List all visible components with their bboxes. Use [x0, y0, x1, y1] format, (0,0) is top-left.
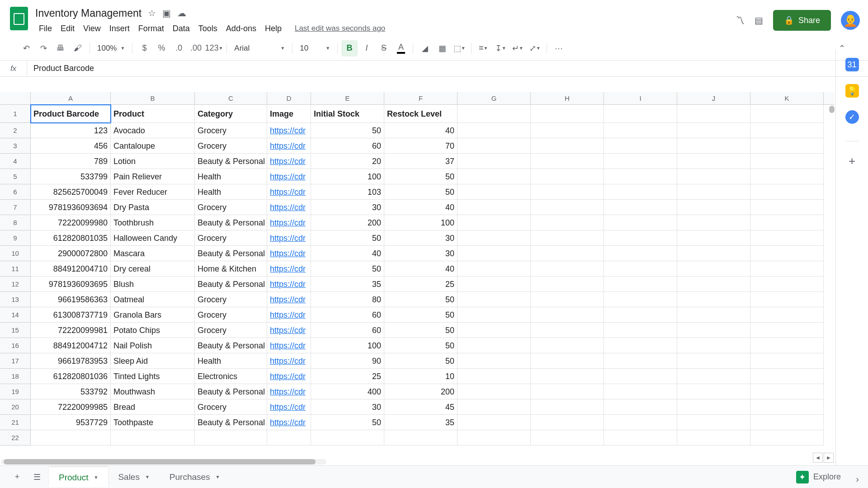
cell-K10[interactable] — [750, 246, 824, 261]
tasks-icon[interactable]: ✓ — [845, 110, 859, 124]
cell-B20[interactable]: Bread — [111, 399, 195, 415]
sheet-menu-icon[interactable]: ▼ — [94, 475, 98, 480]
cell-D3[interactable]: https://cdr — [267, 138, 311, 154]
row-header-6[interactable]: 6 — [0, 184, 30, 200]
fill-color-button[interactable]: ◢ — [417, 40, 433, 56]
cell-J6[interactable] — [677, 184, 750, 200]
select-all-corner[interactable] — [0, 92, 31, 105]
cell-C6[interactable]: Health — [195, 184, 267, 200]
add-sheet-button[interactable]: + — [9, 469, 25, 485]
cell-D16[interactable]: https://cdr — [267, 338, 311, 353]
cell-F15[interactable]: 50 — [384, 323, 458, 338]
valign-button[interactable]: ↧ ▼ — [492, 40, 509, 56]
cell-G2[interactable] — [458, 123, 531, 138]
borders-button[interactable]: ▦ — [434, 40, 450, 56]
row-header-17[interactable]: 17 — [0, 353, 30, 369]
cell-A1[interactable]: Product Barcode — [31, 105, 111, 123]
document-title[interactable]: Inventory Management — [35, 7, 142, 19]
col-header-I[interactable]: I — [604, 92, 677, 104]
move-icon[interactable]: ▣ — [162, 8, 171, 19]
cell-F1[interactable]: Restock Level — [384, 105, 458, 123]
cell-A4[interactable]: 789 — [31, 154, 111, 169]
sheet-tab-product[interactable]: Product▼ — [49, 467, 108, 487]
cell-B1[interactable]: Product — [111, 105, 195, 123]
cell-A3[interactable]: 456 — [31, 138, 111, 154]
star-icon[interactable]: ☆ — [148, 8, 156, 19]
cell-D9[interactable]: https://cdr — [267, 230, 311, 246]
cell-F3[interactable]: 70 — [384, 138, 458, 154]
row-header-18[interactable]: 18 — [0, 369, 30, 384]
cell-J5[interactable] — [677, 169, 750, 184]
cell-C4[interactable]: Beauty & Personal — [195, 154, 267, 169]
cell-I17[interactable] — [604, 353, 677, 369]
undo-button[interactable]: ↶ — [18, 40, 34, 56]
cell-A13[interactable]: 96619586363 — [31, 292, 111, 307]
strikethrough-button[interactable]: S — [376, 40, 392, 56]
cell-J10[interactable] — [677, 246, 750, 261]
cell-A18[interactable]: 612820801036 — [31, 369, 111, 384]
cell-J20[interactable] — [677, 399, 750, 415]
activity-icon[interactable]: 〽 — [736, 15, 745, 26]
cell-D10[interactable]: https://cdr — [267, 246, 311, 261]
cell-G19[interactable] — [458, 384, 531, 399]
cell-C11[interactable]: Home & Kitchen — [195, 261, 267, 277]
cell-A9[interactable]: 612820801035 — [31, 230, 111, 246]
cell-C13[interactable]: Grocery — [195, 292, 267, 307]
row-header-20[interactable]: 20 — [0, 399, 30, 415]
cell-B8[interactable]: Toothbrush — [111, 215, 195, 230]
cell-I21[interactable] — [604, 415, 677, 430]
cell-C14[interactable]: Grocery — [195, 307, 267, 323]
row-header-19[interactable]: 19 — [0, 384, 30, 399]
sheet-tab-sales[interactable]: Sales▼ — [108, 467, 159, 487]
paint-format-button[interactable]: 🖌 — [70, 40, 86, 56]
cell-B22[interactable] — [111, 430, 195, 446]
cell-E11[interactable]: 50 — [311, 261, 384, 277]
cell-I19[interactable] — [604, 384, 677, 399]
cell-G12[interactable] — [458, 277, 531, 292]
cell-I10[interactable] — [604, 246, 677, 261]
cloud-status-icon[interactable]: ☁ — [177, 8, 186, 19]
cell-H17[interactable] — [531, 353, 604, 369]
cell-G21[interactable] — [458, 415, 531, 430]
cell-G13[interactable] — [458, 292, 531, 307]
cell-E1[interactable]: Initial Stock — [311, 105, 384, 123]
cell-C21[interactable]: Beauty & Personal — [195, 415, 267, 430]
cell-K6[interactable] — [750, 184, 824, 200]
cell-K8[interactable] — [750, 215, 824, 230]
cell-K21[interactable] — [750, 415, 824, 430]
cell-E16[interactable]: 100 — [311, 338, 384, 353]
menu-add-ons[interactable]: Add-ons — [222, 22, 260, 35]
sheet-nav[interactable]: ◄► — [813, 453, 834, 463]
comments-icon[interactable]: ▤ — [755, 15, 763, 26]
cell-C12[interactable]: Beauty & Personal — [195, 277, 267, 292]
row-header-3[interactable]: 3 — [0, 138, 30, 154]
cell-G3[interactable] — [458, 138, 531, 154]
horizontal-scrollbar[interactable] — [1, 459, 326, 465]
cell-F11[interactable]: 40 — [384, 261, 458, 277]
cell-H1[interactable] — [531, 105, 604, 123]
row-header-13[interactable]: 13 — [0, 292, 30, 307]
cell-D14[interactable]: https://cdr — [267, 307, 311, 323]
cell-B11[interactable]: Dry cereal — [111, 261, 195, 277]
cell-E2[interactable]: 50 — [311, 123, 384, 138]
cell-J15[interactable] — [677, 323, 750, 338]
cell-D1[interactable]: Image — [267, 105, 311, 123]
cell-F17[interactable]: 50 — [384, 353, 458, 369]
cell-K1[interactable] — [750, 105, 824, 123]
cell-F5[interactable]: 50 — [384, 169, 458, 184]
row-header-4[interactable]: 4 — [0, 154, 30, 169]
cell-H21[interactable] — [531, 415, 604, 430]
col-header-J[interactable]: J — [677, 92, 750, 104]
print-button[interactable]: 🖶 — [52, 40, 69, 56]
row-header-12[interactable]: 12 — [0, 277, 30, 292]
cell-H5[interactable] — [531, 169, 604, 184]
cell-D12[interactable]: https://cdr — [267, 277, 311, 292]
cell-F13[interactable]: 50 — [384, 292, 458, 307]
menu-tools[interactable]: Tools — [195, 22, 221, 35]
cell-G15[interactable] — [458, 323, 531, 338]
cell-G9[interactable] — [458, 230, 531, 246]
vertical-scrollbar[interactable] — [829, 106, 835, 113]
cell-B13[interactable]: Oatmeal — [111, 292, 195, 307]
cell-H12[interactable] — [531, 277, 604, 292]
menu-edit[interactable]: Edit — [57, 22, 78, 35]
